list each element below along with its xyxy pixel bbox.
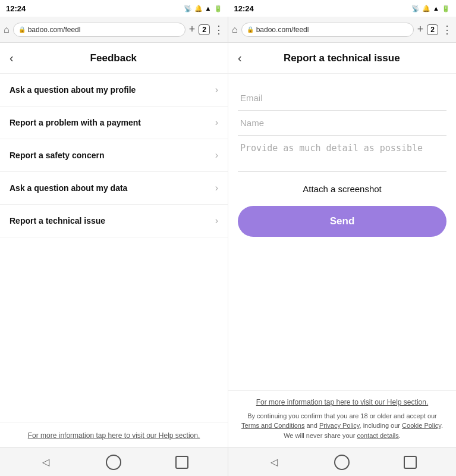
list-item[interactable]: Ask a question about my data › [0,172,228,205]
back-button-left[interactable]: ‹ [10,51,14,65]
left-panel-title: Feedback [21,52,206,64]
attach-screenshot-button[interactable]: Attach a screenshot [238,172,446,200]
status-icons-left: 📡 🔔 ▲ 🔋 [184,5,222,12]
help-link-left[interactable]: For more information tap here to visit o… [28,431,200,440]
list-item[interactable]: Report a safety concern › [0,139,228,172]
address-bar-right[interactable]: 🔒 badoo.com/feedl [241,23,414,37]
nav-bar [0,447,456,476]
time-left: 12:24 [6,4,26,13]
cast-icon: 📡 [184,5,192,12]
legal-text: By continuing you confirm that you are 1… [238,411,446,441]
help-link-right[interactable]: For more information tap here to visit o… [238,398,446,406]
home-button-left[interactable]: ⌂ [4,24,10,35]
right-panel-header: ‹ Report a technical issue [228,43,456,74]
send-label: Send [330,215,355,227]
list-item[interactable]: Report a problem with a payment › [0,107,228,139]
contact-link[interactable]: contact details [357,432,398,439]
volume-icon: 🔔 [194,5,203,12]
battery-icon: 🔋 [214,5,222,12]
chevron-right-icon: › [215,84,218,95]
list-item-label: Ask a question about my data [10,183,215,193]
nav-left [0,448,228,476]
nav-square-left[interactable] [174,454,190,471]
status-icons-right: 📡 🔔 ▲ 🔋 [411,5,450,12]
list-item-label: Report a safety concern [10,151,215,160]
browser-bar: ⌂ 🔒 badoo.com/feedl + 2 ⋮ ⌂ 🔒 badoo.com/… [0,17,456,43]
chevron-right-icon: › [215,117,218,128]
email-field[interactable] [238,86,446,111]
send-button[interactable]: Send [238,206,446,237]
url-right: badoo.com/feedl [256,26,309,34]
status-bar: 12:24 📡 🔔 ▲ 🔋 12:24 📡 🔔 ▲ 🔋 [0,0,456,17]
nav-right [228,448,456,476]
url-left: badoo.com/feedl [28,26,81,34]
list-item[interactable]: Report a technical issue › [0,205,228,237]
terms-link[interactable]: Terms and Conditions [241,422,304,429]
tab-count-right[interactable]: 2 [427,24,438,35]
home-button-right[interactable]: ⌂ [232,24,238,35]
cast-icon-r: 📡 [411,5,420,12]
nav-home-left[interactable] [105,454,122,471]
attach-label: Attach a screenshot [303,184,382,194]
wifi-icon: ▲ [205,5,212,12]
right-footer: For more information tap here to visit o… [228,390,456,448]
wifi-icon-r: ▲ [433,5,439,12]
cookie-link[interactable]: Cookie Policy [402,422,441,429]
tab-count-left[interactable]: 2 [199,24,210,35]
nav-back-left[interactable] [37,454,54,471]
lock-icon-right: 🔒 [247,26,254,33]
menu-left[interactable]: ⋮ [213,23,224,36]
list-item-label: Ask a question about my profile [10,85,215,95]
status-bar-right: 12:24 📡 🔔 ▲ 🔋 [228,0,457,17]
right-panel-title: Report a technical issue [249,52,435,64]
nav-home-right[interactable] [334,454,350,471]
left-panel-header: ‹ Feedback [0,43,228,74]
name-field[interactable] [238,111,446,136]
battery-icon-r: 🔋 [442,5,450,12]
time-right: 12:24 [234,4,254,13]
left-footer: For more information tap here to visit o… [0,422,228,447]
browser-right: ⌂ 🔒 badoo.com/feedl + 2 ⋮ [228,17,456,42]
chevron-right-icon: › [215,215,218,226]
list-item-label: Report a technical issue [10,216,215,226]
back-button-right[interactable]: ‹ [238,51,242,65]
menu-right[interactable]: ⋮ [442,23,452,36]
lock-icon-left: 🔒 [18,26,26,33]
chevron-right-icon: › [215,183,218,193]
status-bar-left: 12:24 📡 🔔 ▲ 🔋 [0,0,228,17]
new-tab-left[interactable]: + [189,23,196,36]
browser-left: ⌂ 🔒 badoo.com/feedl + 2 ⋮ [0,17,228,42]
address-bar-left[interactable]: 🔒 badoo.com/feedl [13,23,185,37]
list-item-label: Report a problem with a payment [10,118,215,127]
feedback-list: Ask a question about my profile › Report… [0,74,228,248]
report-form: Attach a screenshot Send [228,74,456,249]
nav-back-right[interactable] [266,454,282,471]
main-content: ‹ Feedback Ask a question about my profi… [0,43,456,447]
list-item[interactable]: Ask a question about my profile › [0,74,228,107]
new-tab-right[interactable]: + [417,23,424,36]
volume-icon-r: 🔔 [422,5,430,12]
left-panel: ‹ Feedback Ask a question about my profi… [0,43,228,447]
nav-square-right[interactable] [402,454,419,471]
chevron-right-icon: › [215,150,218,161]
privacy-link[interactable]: Privacy Policy [319,422,360,429]
right-panel: ‹ Report a technical issue Attach a scre… [228,43,456,447]
detail-field[interactable] [238,136,446,172]
list-item[interactable]: Ask a question about a Premium feature › [0,237,228,248]
